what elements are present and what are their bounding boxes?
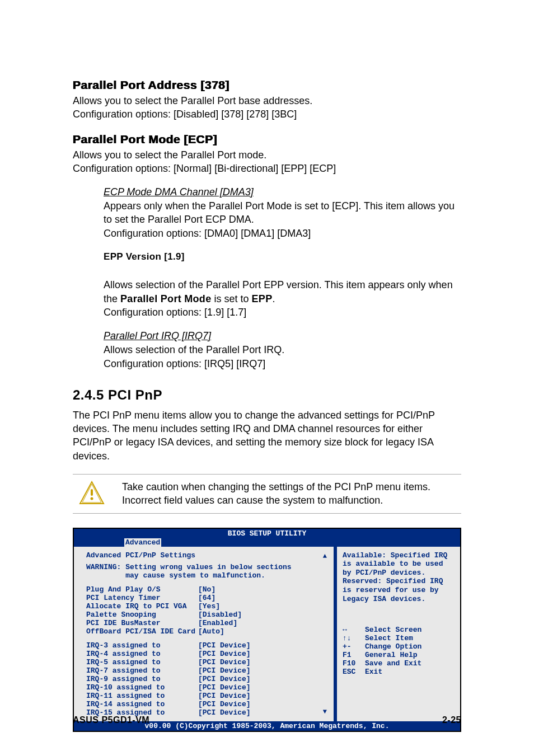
bios-item-value: [No] [198, 585, 216, 594]
bios-nav-row: F1General Help [343, 651, 455, 659]
bios-warning: WARNING: Setting wrong values in below s… [86, 563, 328, 580]
bios-nav-key: F10 [343, 659, 365, 668]
scroll-down-icon[interactable]: ▼ [323, 708, 327, 716]
bios-item-row[interactable]: OffBoard PCI/ISA IDE Card[Auto] [86, 627, 328, 636]
bios-item-row[interactable]: IRQ-3 assigned to[PCI Device] [86, 641, 328, 650]
caution-icon [78, 480, 105, 507]
bios-item-row[interactable]: IRQ-10 assigned to[PCI Device] [86, 683, 328, 692]
bios-item-row[interactable]: Palette Snooping[Disabled] [86, 611, 328, 619]
bios-item-value: [PCI Device] [198, 641, 251, 650]
bios-item-row[interactable]: IRQ-9 assigned to[PCI Device] [86, 675, 328, 683]
text-epp-mid: is set to [211, 293, 251, 304]
bios-item-value: [PCI Device] [198, 666, 251, 675]
body-parallel-port-address: Allows you to select the Parallel Port b… [73, 94, 461, 121]
bios-item-value: [Yes] [198, 602, 220, 611]
bios-nav-row: ↔Select Screen [343, 626, 455, 634]
caution-text: Take caution when changing the settings … [122, 480, 439, 508]
bios-nav-row: F10Save and Exit [343, 659, 455, 668]
bios-nav-key: ESC [343, 668, 365, 676]
bios-item-label: Allocate IRQ to PCI VGA [86, 602, 198, 611]
heading-parallel-port-mode: Parallel Port Mode [ECP] [73, 133, 461, 146]
footer-product: ASUS P5GD1-VM [73, 715, 149, 725]
bios-tabs: Advanced [74, 538, 460, 547]
bios-item-label: IRQ-5 assigned to [86, 658, 198, 666]
bios-item-value: [PCI Device] [198, 683, 251, 692]
bios-item-label: IRQ-14 assigned to [86, 700, 198, 708]
bios-nav-action: Change Option [365, 642, 421, 651]
bios-item-label: IRQ-7 assigned to [86, 666, 198, 675]
bios-nav-key: ↔ [343, 626, 365, 634]
bios-nav-action: Select Item [365, 634, 413, 642]
svg-point-3 [91, 497, 93, 500]
bios-item-label: Palette Snooping [86, 611, 198, 619]
bios-item-value: [Disabled] [198, 611, 242, 619]
heading-parallel-port-irq: Parallel Port IRQ [IRQ7] [104, 330, 461, 342]
body-parallel-port-mode: Allows you to select the Parallel Port m… [73, 148, 461, 176]
bios-item-row[interactable]: PCI Latency Timer[64] [86, 594, 328, 602]
body-parallel-port-irq: Allows selection of the Parallel Port IR… [104, 343, 461, 370]
bios-nav-row: ESCExit [343, 668, 455, 676]
bios-nav-key: ↑↓ [343, 634, 365, 642]
bios-items-group2: IRQ-3 assigned to[PCI Device]IRQ-4 assig… [86, 641, 328, 717]
bios-nav: ↔Select Screen↑↓Select Item+-Change Opti… [343, 626, 455, 676]
bios-item-row[interactable]: PCI IDE BusMaster[Enabled] [86, 619, 328, 627]
bios-item-value: [PCI Device] [198, 650, 251, 658]
bios-item-row[interactable]: IRQ-7 assigned to[PCI Device] [86, 666, 328, 675]
bios-item-row[interactable]: IRQ-11 assigned to[PCI Device] [86, 692, 328, 700]
body-pci-pnp: The PCI PnP menu items allow you to chan… [73, 408, 461, 463]
bios-title: BIOS SETUP UTILITY [74, 529, 460, 538]
body-ecp-mode-dma: Appears only when the Parallel Port Mode… [104, 199, 461, 240]
bios-right-panel: Available: Specified IRQ is available to… [337, 547, 460, 721]
bios-screenshot: BIOS SETUP UTILITY Advanced ▲ Advanced P… [73, 528, 461, 732]
caution-block: Take caution when changing the settings … [73, 474, 461, 514]
scroll-up-icon[interactable]: ▲ [323, 552, 327, 560]
bios-item-row[interactable]: IRQ-4 assigned to[PCI Device] [86, 650, 328, 658]
heading-ecp-mode-dma: ECP Mode DMA Channel [DMA3] [104, 186, 461, 198]
svg-rect-2 [91, 489, 93, 496]
heading-parallel-port-address: Parallel Port Address [378] [73, 78, 461, 92]
bios-item-label: Plug And Play O/S [86, 585, 198, 594]
bios-item-row[interactable]: Plug And Play O/S[No] [86, 585, 328, 594]
bios-section-title: Advanced PCI/PnP Settings [86, 551, 328, 560]
bios-item-label: IRQ-11 assigned to [86, 692, 198, 700]
bios-item-label: IRQ-4 assigned to [86, 650, 198, 658]
bios-nav-action: Select Screen [365, 626, 421, 634]
bios-nav-key: +- [343, 642, 365, 651]
bios-nav-row: ↑↓Select Item [343, 634, 455, 642]
bios-item-value: [PCI Device] [198, 692, 251, 700]
bios-left-panel: ▲ Advanced PCI/PnP Settings WARNING: Set… [74, 547, 337, 721]
bios-item-value: [PCI Device] [198, 700, 251, 708]
bios-item-label: IRQ-10 assigned to [86, 683, 198, 692]
text-epp-bold1: Parallel Port Mode [120, 293, 211, 304]
heading-epp-version: EPP Version [1.9] [104, 251, 461, 262]
bios-items-group1: Plug And Play O/S[No]PCI Latency Timer[6… [86, 585, 328, 636]
bios-item-value: [Enabled] [198, 619, 237, 627]
bios-item-value: [PCI Device] [198, 658, 251, 666]
bios-item-row[interactable]: IRQ-14 assigned to[PCI Device] [86, 700, 328, 708]
page-footer: ASUS P5GD1-VM 2-25 [73, 715, 461, 725]
text-epp-bold2: EPP [252, 293, 273, 304]
bios-nav-action: Exit [365, 668, 382, 676]
bios-nav-action: General Help [365, 651, 418, 659]
bios-item-value: [Auto] [198, 627, 224, 636]
bios-nav-row: +-Change Option [343, 642, 455, 651]
bios-item-row[interactable]: IRQ-5 assigned to[PCI Device] [86, 658, 328, 666]
body-epp-version: Allows selection of the Parallel Port EP… [104, 265, 461, 319]
bios-item-value: [PCI Device] [198, 675, 251, 683]
heading-pci-pnp: 2.4.5 PCI PnP [73, 387, 461, 403]
bios-nav-action: Save and Exit [365, 659, 421, 668]
bios-item-label: IRQ-9 assigned to [86, 675, 198, 683]
bios-item-label: PCI Latency Timer [86, 594, 198, 602]
bios-item-label: PCI IDE BusMaster [86, 619, 198, 627]
bios-item-label: IRQ-3 assigned to [86, 641, 198, 650]
bios-item-label: OffBoard PCI/ISA IDE Card [86, 627, 198, 636]
footer-page-number: 2-25 [442, 715, 461, 725]
bios-item-row[interactable]: Allocate IRQ to PCI VGA[Yes] [86, 602, 328, 611]
bios-nav-key: F1 [343, 651, 365, 659]
bios-help-text: Available: Specified IRQ is available to… [343, 551, 455, 604]
bios-item-value: [64] [198, 594, 216, 602]
bios-tab-advanced[interactable]: Advanced [124, 538, 161, 547]
